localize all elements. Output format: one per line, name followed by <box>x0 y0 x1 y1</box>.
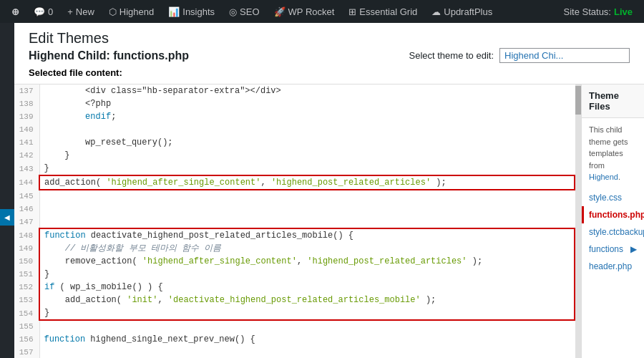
line-number: 150 <box>14 255 39 268</box>
table-row: 151} <box>14 268 575 281</box>
file-link-header-php[interactable]: header.php <box>582 258 644 275</box>
line-number: 152 <box>14 281 39 294</box>
table-row: 145 <box>14 190 575 203</box>
comments-item[interactable]: 💬 0 <box>28 0 59 23</box>
table-row: 141 wp_reset_query(); <box>14 136 575 149</box>
line-number: 144 <box>14 175 39 190</box>
line-number: 148 <box>14 228 39 242</box>
wprocket-item[interactable]: 🚀 WP Rocket <box>268 0 341 23</box>
line-content: function deactivate_highend_post_related… <box>39 228 575 242</box>
file-link-functions-php[interactable]: functions.php <box>582 206 644 223</box>
line-number: 142 <box>14 149 39 162</box>
seo-icon: ◎ <box>229 6 237 17</box>
table-row: 147 <box>14 216 575 228</box>
file-subtitle: Highend Child: functions.php <box>29 49 189 62</box>
plus-icon: + <box>67 6 73 17</box>
code-editor[interactable]: 137 <div class="hb-separator-extra"></di… <box>14 84 575 358</box>
line-number: 145 <box>14 190 39 203</box>
grid-icon: ⊞ <box>348 6 356 17</box>
line-number: 156 <box>14 333 39 346</box>
theme-files-title: Theme Files <box>582 84 644 118</box>
comment-icon: 💬 <box>34 6 45 17</box>
table-row: 155 <box>14 320 575 333</box>
line-content: } <box>39 268 575 281</box>
table-row: 138 <?php <box>14 97 575 110</box>
table-row: 139 endif; <box>14 110 575 123</box>
status-live-label: Live <box>614 6 633 17</box>
line-number: 138 <box>14 97 39 110</box>
admin-bar: ⊕ 💬 0 + New ⬡ Highend 📊 Insights ◎ SEO 🚀… <box>0 0 644 23</box>
line-number: 149 <box>14 242 39 255</box>
table-row: 154} <box>14 306 575 320</box>
table-row: 153 add_action( 'init', 'deactivate_high… <box>14 294 575 306</box>
line-number: 140 <box>14 123 39 136</box>
line-content <box>39 320 575 333</box>
line-content <box>39 346 575 358</box>
insights-item[interactable]: 📊 Insights <box>162 0 220 23</box>
line-number: 153 <box>14 294 39 306</box>
line-content: add_action( 'highend_after_single_conten… <box>39 175 575 190</box>
line-number: 154 <box>14 306 39 320</box>
line-content <box>39 190 575 203</box>
sidebar-collapse-btn[interactable]: ◀ <box>0 209 14 226</box>
line-content: <?php <box>39 97 575 110</box>
line-content <box>39 123 575 136</box>
updraftplus-item[interactable]: ☁ UpdraftPlus <box>426 0 498 23</box>
line-content: wp_reset_query(); <box>39 136 575 149</box>
table-row: 156function highend_single_next_prev_new… <box>14 333 575 346</box>
file-link-style-ctcbackup[interactable]: style.ctcbackup <box>582 223 644 241</box>
line-content <box>39 203 575 216</box>
insights-icon: 📊 <box>168 6 180 17</box>
table-row: 144add_action( 'highend_after_single_con… <box>14 175 575 190</box>
line-content: endif; <box>39 110 575 123</box>
selected-file-label: Selected file content: <box>29 67 122 78</box>
scrollbar-track[interactable] <box>575 84 581 358</box>
line-content: if ( wp_is_mobile() ) { <box>39 281 575 294</box>
line-number: 141 <box>14 136 39 149</box>
line-content: } <box>39 162 575 175</box>
theme-select-label: Select theme to edit: <box>409 50 494 61</box>
wp-logo-item[interactable]: ⊕ <box>6 0 25 23</box>
table-row: 150 remove_action( 'highend_after_single… <box>14 255 575 268</box>
theme-files-panel: Theme Files This child theme gets templa… <box>581 84 644 358</box>
line-content: // 비활성화할 부모 테마의 함수 이름 <box>39 242 575 255</box>
line-number: 139 <box>14 110 39 123</box>
theme-select-input[interactable] <box>499 48 630 63</box>
highend-link[interactable]: Highend <box>589 173 618 181</box>
seo-item[interactable]: ◎ SEO <box>223 0 265 23</box>
table-row: 152if ( wp_is_mobile() ) { <box>14 281 575 294</box>
line-content: <div class="hb-separator-extra"></div> <box>39 84 575 97</box>
table-row: 143} <box>14 162 575 175</box>
essentialgrid-item[interactable]: ⊞ Essential Grid <box>343 0 423 23</box>
admin-sidebar: ◀ <box>0 23 14 358</box>
table-row: 157 <box>14 346 575 358</box>
table-row: 146 <box>14 203 575 216</box>
line-content <box>39 216 575 228</box>
highend-icon: ⬡ <box>109 6 117 17</box>
file-link-style-css[interactable]: style.css <box>582 189 644 206</box>
line-number: 137 <box>14 84 39 97</box>
line-number: 146 <box>14 203 39 216</box>
table-row: 148function deactivate_highend_post_rela… <box>14 228 575 242</box>
line-content: add_action( 'init', 'deactivate_highend_… <box>39 294 575 306</box>
highend-item[interactable]: ⬡ Highend <box>103 0 160 23</box>
backup-icon: ☁ <box>431 6 441 17</box>
line-number: 151 <box>14 268 39 281</box>
code-table: 137 <div class="hb-separator-extra"></di… <box>14 84 575 358</box>
line-content: function highend_single_next_prev_new() … <box>39 333 575 346</box>
line-content: remove_action( 'highend_after_single_con… <box>39 255 575 268</box>
site-status: Site Status: Live <box>558 6 639 17</box>
table-row: 149 // 비활성화할 부모 테마의 함수 이름 <box>14 242 575 255</box>
file-link-functions-dir[interactable]: functions▶ <box>582 241 644 258</box>
line-content: } <box>39 149 575 162</box>
scrollbar-thumb[interactable] <box>575 86 581 115</box>
table-row: 140 <box>14 123 575 136</box>
new-item[interactable]: + New <box>62 0 100 23</box>
table-row: 142 } <box>14 149 575 162</box>
wp-logo-icon: ⊕ <box>11 6 19 17</box>
line-number: 147 <box>14 216 39 228</box>
page-header: Edit Themes Highend Child: functions.php… <box>14 23 644 84</box>
arrow-icon: ▶ <box>630 244 637 254</box>
line-number: 155 <box>14 320 39 333</box>
line-number: 157 <box>14 346 39 358</box>
